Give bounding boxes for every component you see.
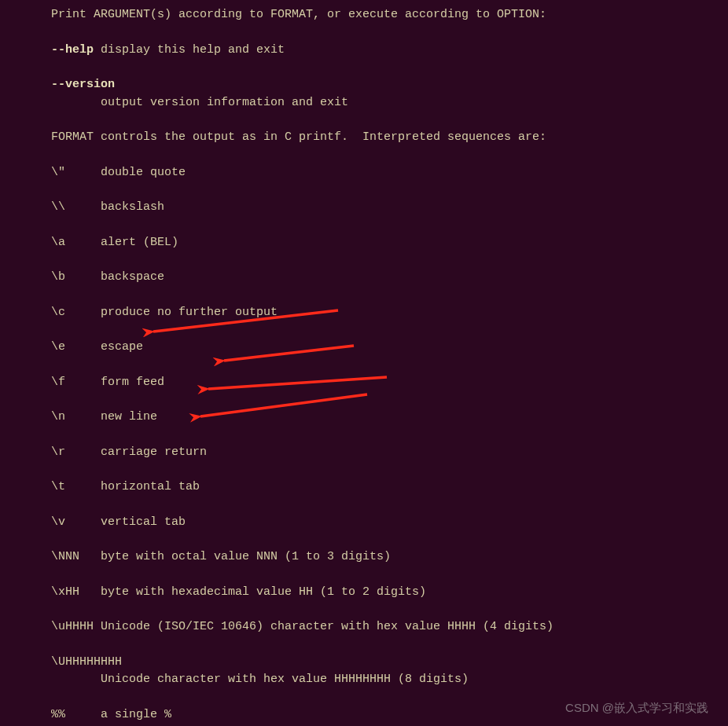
text-line: \UHHHHHHHH [51, 654, 712, 672]
text-line [51, 391, 712, 409]
text-line-carriage-return: \r carriage return [51, 444, 712, 462]
text-line [51, 147, 712, 164]
text-line [51, 217, 712, 234]
text-line: FORMAT controls the output as in C print… [51, 129, 712, 147]
text-line: \c produce no further output [51, 304, 712, 322]
text-line: \" double quote [51, 164, 712, 182]
text-line [51, 427, 712, 444]
text-line: \NNN byte with octal value NNN (1 to 3 d… [51, 548, 712, 566]
text-line [51, 601, 712, 618]
text-line [51, 531, 712, 548]
text-line [51, 182, 712, 199]
text-line: \e escape [51, 339, 712, 357]
text-line [51, 566, 712, 584]
text-line: \xHH byte with hexadecimal value HH (1 t… [51, 584, 712, 602]
text-line [51, 287, 712, 304]
text-line [51, 59, 712, 76]
option-help: --help [51, 43, 94, 57]
text-line [51, 636, 712, 654]
text-line: output version information and exit [51, 94, 712, 112]
text-line: --help display this help and exit [51, 42, 712, 60]
man-page-content: Print ARGUMENT(s) according to FORMAT, o… [0, 6, 728, 726]
text-line [51, 251, 712, 269]
text-line-newline: \n new line [51, 409, 712, 427]
text-line: \a alert (BEL) [51, 234, 712, 252]
text-line: \\ backslash [51, 199, 712, 217]
text-line: \f form feed [51, 374, 712, 392]
text-line-vertical-tab: \v vertical tab [51, 514, 712, 532]
text-line [51, 357, 712, 374]
text-line [51, 24, 712, 42]
text-line [51, 321, 712, 339]
text-line: \b backspace [51, 269, 712, 287]
text-line [51, 461, 712, 478]
text-span: display this help and exit [94, 43, 285, 57]
watermark: CSDN @嵌入式学习和实践 [565, 699, 708, 717]
text-line [51, 112, 712, 129]
text-line: \uHHHH Unicode (ISO/IEC 10646) character… [51, 618, 712, 636]
text-line: Print ARGUMENT(s) according to FORMAT, o… [51, 6, 712, 24]
text-line: Unicode character with hex value HHHHHHH… [51, 671, 712, 689]
text-line [51, 497, 712, 514]
text-line-horizontal-tab: \t horizontal tab [51, 478, 712, 497]
option-version: --version [51, 76, 712, 94]
